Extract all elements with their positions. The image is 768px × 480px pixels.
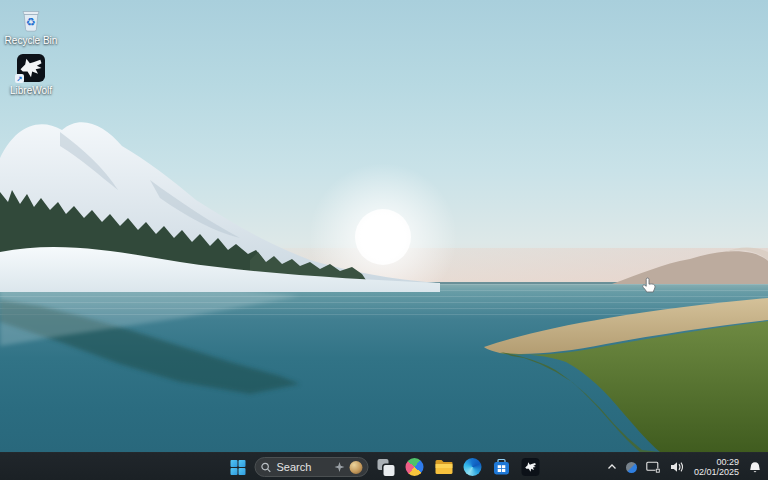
file-explorer-icon — [434, 459, 453, 475]
windows-start-icon — [230, 460, 245, 475]
tray-security-button[interactable] — [623, 456, 640, 478]
svg-text:♻: ♻ — [26, 16, 36, 29]
desktop-icon-list: ♻ Recycle Bin ↗ LibreWolf — [2, 4, 60, 96]
task-view-icon — [377, 459, 394, 476]
notifications-button[interactable] — [746, 456, 764, 478]
windows-security-icon — [626, 462, 637, 473]
desktop-icon-librewolf[interactable]: ↗ LibreWolf — [2, 54, 60, 96]
task-view-button[interactable] — [374, 455, 398, 479]
taskbar: Search — [0, 452, 768, 480]
wallpaper-terrain — [0, 0, 768, 480]
clock-date: 02/01/2025 — [694, 467, 739, 477]
desktop[interactable]: ♻ Recycle Bin ↗ LibreWolf — [0, 0, 768, 480]
search-highlight-portrait — [350, 461, 363, 474]
desktop-icon-recycle-bin[interactable]: ♻ Recycle Bin — [2, 4, 60, 46]
search-box[interactable]: Search — [255, 457, 369, 477]
volume-button[interactable] — [667, 456, 687, 478]
desktop-icon-label: LibreWolf — [10, 85, 52, 96]
volume-icon — [670, 461, 684, 473]
taskbar-center: Search — [226, 453, 543, 480]
widgets-icon — [406, 458, 424, 476]
bell-icon — [749, 461, 761, 474]
network-button[interactable] — [643, 456, 664, 478]
shortcut-arrow-badge: ↗ — [15, 74, 24, 83]
edge-button[interactable] — [461, 455, 485, 479]
microsoft-store-button[interactable] — [490, 455, 514, 479]
librewolf-icon — [522, 458, 540, 476]
librewolf-taskbar-button[interactable] — [519, 455, 543, 479]
search-icon — [261, 462, 272, 473]
desktop-icon-label: Recycle Bin — [5, 35, 58, 46]
right-hills — [612, 251, 768, 284]
librewolf-icon: ↗ — [17, 54, 45, 82]
system-tray: 00:29 02/01/2025 — [604, 453, 764, 480]
clock-time: 00:29 — [716, 457, 739, 467]
microsoft-edge-icon — [464, 458, 482, 476]
file-explorer-button[interactable] — [432, 455, 456, 479]
widgets-button[interactable] — [403, 455, 427, 479]
search-text: Search — [277, 461, 330, 473]
start-button[interactable] — [226, 455, 250, 479]
tray-chevron-button[interactable] — [604, 456, 620, 478]
recycle-bin-icon: ♻ — [17, 4, 45, 32]
microsoft-store-icon — [493, 458, 511, 476]
clock[interactable]: 00:29 02/01/2025 — [690, 457, 743, 477]
hand-pointer-cursor — [641, 277, 657, 299]
chevron-up-icon — [607, 463, 617, 471]
ethernet-network-icon — [646, 461, 661, 474]
search-highlight-icon — [335, 462, 345, 472]
